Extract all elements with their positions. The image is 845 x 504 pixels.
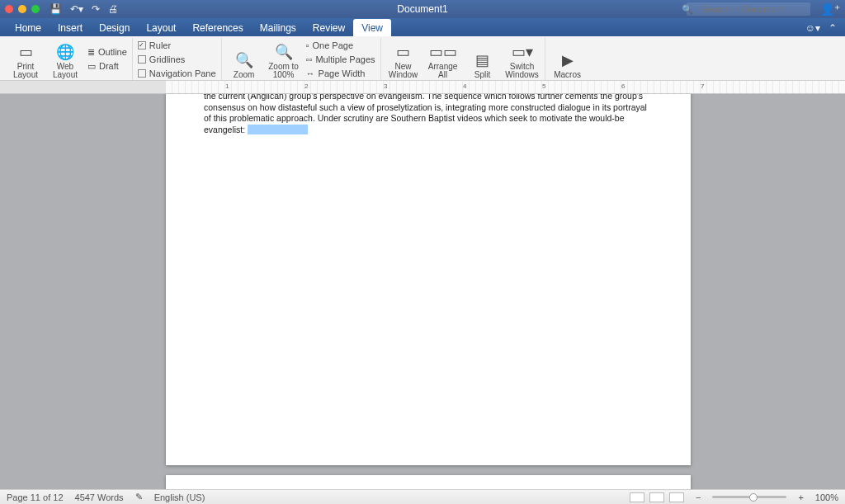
collapse-ribbon-icon[interactable]: ⌃ <box>828 22 837 34</box>
status-bar: Page 11 of 12 4547 Words ✎ English (US) … <box>0 489 845 504</box>
multiple-pages-icon: ▫▫ <box>306 54 313 64</box>
print-layout-view-button[interactable] <box>649 492 664 502</box>
tab-review[interactable]: Review <box>304 19 353 36</box>
word-count[interactable]: 4547 Words <box>75 492 124 502</box>
share-icon[interactable]: 👤⁺ <box>820 2 840 16</box>
macros-group: ▶Macros <box>545 38 590 80</box>
tab-layout[interactable]: Layout <box>138 19 184 36</box>
arrange-all-icon: ▭▭ <box>433 42 453 62</box>
split-icon: ▤ <box>473 50 493 70</box>
save-icon[interactable]: 💾 <box>50 3 62 15</box>
horizontal-ruler[interactable]: 1 2 3 4 5 6 7 <box>0 81 845 94</box>
zoom-button[interactable]: 🔍Zoom <box>227 40 262 79</box>
tab-insert[interactable]: Insert <box>50 19 91 36</box>
print-icon[interactable]: 🖨 <box>108 3 118 15</box>
minimize-window-button[interactable] <box>18 5 26 13</box>
macros-icon: ▶ <box>558 50 578 70</box>
web-layout-icon: 🌐 <box>55 42 75 62</box>
text-selection-highlight <box>248 125 308 134</box>
gridlines-checkbox[interactable]: Gridlines <box>138 53 216 65</box>
redo-icon[interactable]: ↷ <box>92 3 100 15</box>
macros-button[interactable]: ▶Macros <box>550 40 585 79</box>
draft-icon: ▭ <box>87 61 96 72</box>
window-controls <box>5 5 40 13</box>
tab-view[interactable]: View <box>353 19 391 36</box>
new-window-button[interactable]: ▭New Window <box>386 40 421 79</box>
focus-mode-button[interactable] <box>630 492 644 502</box>
quick-access-toolbar: 💾 ↶▾ ↷ 🖨 <box>50 3 118 15</box>
page-width-icon: ↔ <box>306 68 315 78</box>
document-canvas[interactable]: the current (Anglican) group's perspecti… <box>0 94 845 489</box>
window-group: ▭New Window ▭▭Arrange All ▤Split ▭▾Switc… <box>381 38 545 80</box>
switch-windows-icon: ▭▾ <box>512 42 532 62</box>
spellcheck-icon[interactable]: ✎ <box>135 492 143 502</box>
split-button[interactable]: ▤Split <box>465 40 500 79</box>
tab-references[interactable]: References <box>184 19 251 36</box>
zoom-level[interactable]: 100% <box>815 492 838 502</box>
draft-button[interactable]: ▭Draft <box>87 60 127 73</box>
show-group: ✓Ruler Gridlines Navigation Pane <box>133 38 222 80</box>
one-page-button[interactable]: ▫One Page <box>306 39 375 51</box>
zoom-in-button[interactable]: + <box>798 492 803 502</box>
page-indicator[interactable]: Page 11 of 12 <box>7 492 64 502</box>
views-group: ▭ Print Layout 🌐 Web Layout ≣Outline ▭Dr… <box>3 38 133 80</box>
ribbon-tabs: Home Insert Design Layout References Mai… <box>0 18 845 36</box>
view-mode-buttons <box>630 492 684 502</box>
tab-home[interactable]: Home <box>7 19 50 36</box>
switch-windows-button[interactable]: ▭▾Switch Windows <box>505 40 540 79</box>
print-layout-icon: ▭ <box>16 42 35 62</box>
zoom-slider[interactable] <box>712 496 786 498</box>
print-layout-button[interactable]: ▭ Print Layout <box>8 40 43 79</box>
web-layout-button[interactable]: 🌐 Web Layout <box>48 40 83 79</box>
page-11[interactable]: the current (Anglican) group's perspecti… <box>166 94 691 465</box>
fullscreen-window-button[interactable] <box>31 5 40 13</box>
web-layout-view-button[interactable] <box>669 492 684 502</box>
zoom-100-icon: 🔍 <box>274 42 294 62</box>
new-window-icon: ▭ <box>394 42 413 62</box>
navigation-pane-checkbox[interactable]: Navigation Pane <box>138 67 216 79</box>
one-page-icon: ▫ <box>306 40 309 50</box>
language-indicator[interactable]: English (US) <box>154 492 205 502</box>
tab-design[interactable]: Design <box>91 19 138 36</box>
title-bar: 💾 ↶▾ ↷ 🖨 Document1 🔍 👤⁺ <box>0 0 845 18</box>
feedback-icon[interactable]: ☺▾ <box>805 22 820 34</box>
multiple-pages-button[interactable]: ▫▫Multiple Pages <box>306 53 375 65</box>
page-width-button[interactable]: ↔Page Width <box>306 67 375 79</box>
page-11-text[interactable]: the current (Anglican) group's perspecti… <box>166 94 691 136</box>
zoom-100-button[interactable]: 🔍Zoom to 100% <box>267 40 301 79</box>
ribbon: ▭ Print Layout 🌐 Web Layout ≣Outline ▭Dr… <box>0 36 845 81</box>
outline-button[interactable]: ≣Outline <box>87 46 127 59</box>
outline-icon: ≣ <box>87 47 95 58</box>
tab-mailings[interactable]: Mailings <box>252 19 304 36</box>
undo-icon[interactable]: ↶▾ <box>70 3 83 15</box>
zoom-out-button[interactable]: − <box>696 492 701 502</box>
arrange-all-button[interactable]: ▭▭Arrange All <box>426 40 460 79</box>
search-input[interactable] <box>687 2 810 16</box>
page-12[interactable]: 25:· → → →[It's.. →you know=·¶ 26: → → →… <box>166 475 691 489</box>
close-window-button[interactable] <box>5 5 13 13</box>
ruler-checkbox[interactable]: ✓Ruler <box>138 39 216 51</box>
zoom-icon: 🔍 <box>234 50 254 70</box>
zoom-group: 🔍Zoom 🔍Zoom to 100% ▫One Page ▫▫Multiple… <box>222 38 381 80</box>
